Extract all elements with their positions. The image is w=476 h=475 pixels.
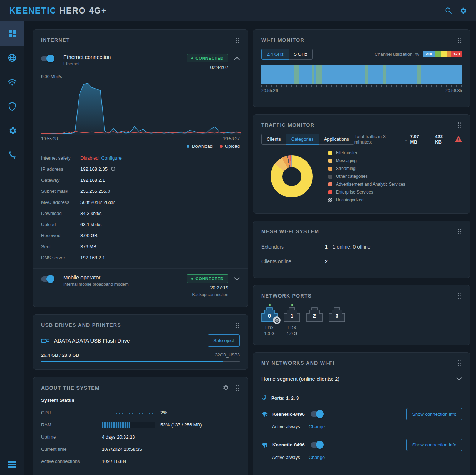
- sidebar-item-internet[interactable]: [0, 46, 24, 70]
- change-link[interactable]: Change: [309, 424, 325, 429]
- safe-eject-button[interactable]: Safe eject: [208, 334, 240, 347]
- segment-ports-row: Ports: 1, 2, 3: [253, 387, 470, 404]
- ports-list: 0 FDX1.0 G 1: [253, 304, 470, 343]
- link-status-dot: [269, 304, 271, 306]
- legend-item: Uncategorized: [328, 198, 405, 202]
- tab-5ghz[interactable]: 5 GHz: [289, 49, 313, 60]
- detail-row-sent: Sent379 MB: [33, 241, 248, 252]
- panel-settings-icon[interactable]: [222, 384, 229, 391]
- show-connection-info-button[interactable]: Show connection info: [406, 408, 462, 420]
- sidebar-item-support[interactable]: [0, 143, 24, 167]
- tab-2_4ghz[interactable]: 2.4 GHz: [261, 49, 289, 60]
- drag-handle-icon[interactable]: [458, 293, 459, 294]
- band-tabs: 2.4 GHz 5 GHz: [261, 49, 313, 60]
- chart-max-label: 9.00 Mbit/s: [33, 74, 248, 79]
- panel-title: TRAFFIC MONITOR: [261, 122, 314, 128]
- ethernet-toggle[interactable]: [41, 56, 53, 61]
- ram-row: RAM 53% (137 / 256 MB): [33, 419, 248, 431]
- detail-row-mac: MAC address50:ff:20:82:26:d2: [33, 197, 248, 208]
- drag-handle-icon[interactable]: [236, 322, 237, 324]
- chevron-up-icon[interactable]: [234, 57, 240, 60]
- warning-triangle-icon[interactable]: [455, 136, 462, 142]
- renew-ip-icon[interactable]: [110, 166, 116, 172]
- sidebar-item-security[interactable]: [0, 94, 24, 119]
- total-upload: 422 KB: [435, 134, 450, 145]
- drag-handle-icon[interactable]: [458, 360, 459, 361]
- extenders-row: Extenders 1 1 online, 0 offline: [253, 239, 470, 254]
- detail-row-gateway: Gateway192.168.2.1: [33, 175, 248, 186]
- drag-handle-icon[interactable]: [236, 385, 237, 386]
- drag-handle-icon[interactable]: [458, 229, 459, 230]
- port-3[interactable]: 3 –: [329, 304, 345, 336]
- configure-link[interactable]: Configure: [101, 155, 122, 161]
- utilization-scale-icon: <10 >70: [423, 51, 462, 58]
- usb-volume-label: 32GB_USB3: [215, 352, 240, 358]
- ethernet-connection-row: Ethernet connection Ethernet CONNECTED 0…: [33, 48, 248, 74]
- port-1[interactable]: 1 FDX1.0 G: [284, 304, 300, 336]
- cpu-value: 2%: [160, 410, 167, 415]
- detail-row-upload: Upload63.1 kbit/s: [33, 219, 248, 230]
- guest-segment-row[interactable]: Guest segment: [253, 469, 470, 475]
- sidebar-item-settings[interactable]: [0, 119, 24, 143]
- sidebar-collapse-button[interactable]: [0, 454, 24, 475]
- cpu-row: CPU 2%: [33, 406, 248, 419]
- connection-uptime: 20:27:19: [187, 285, 228, 290]
- connection-details: Internet safety Disabled Configure IP ad…: [33, 150, 248, 268]
- schedule-label: Active always: [272, 424, 300, 429]
- total-download: 7.97 MB: [410, 134, 427, 145]
- my-networks-panel: MY NETWORKS AND WI-FI Home segment (onli…: [253, 352, 470, 475]
- drag-handle-icon[interactable]: [458, 38, 459, 39]
- sidebar-nav: [0, 21, 24, 475]
- search-icon[interactable]: [445, 7, 452, 15]
- chevron-down-icon[interactable]: [234, 277, 240, 280]
- traffic-tabs: Clients Categories Applications: [261, 134, 354, 145]
- usb-drive-icon: [41, 338, 50, 343]
- download-dot-icon: [187, 145, 189, 148]
- category-swatch-icon: [328, 198, 332, 202]
- sidebar-item-dashboard[interactable]: [0, 21, 24, 46]
- drag-handle-icon[interactable]: [236, 38, 237, 39]
- legend-item: Advertisement and Analytic Services: [328, 182, 405, 187]
- tab-applications[interactable]: Applications: [319, 134, 354, 145]
- ssid-label: Keenetic-8496: [272, 411, 305, 417]
- monitor-x-start: 20:55:26: [261, 88, 278, 93]
- brand-logo: KEENETICHERO 4G+: [9, 6, 107, 16]
- wifi-toggle[interactable]: [311, 442, 323, 448]
- panel-title: USB DRIVES AND PRINTERS: [41, 322, 121, 328]
- tab-clients[interactable]: Clients: [261, 134, 286, 145]
- port-2[interactable]: 2 –: [306, 304, 323, 336]
- detail-row-internet-safety: Internet safety Disabled Configure: [33, 152, 248, 164]
- backup-note: Backup connection: [187, 292, 228, 297]
- connection-subtitle: Internal mobile broadband modem: [63, 282, 129, 287]
- change-link[interactable]: Change: [309, 455, 325, 460]
- mobile-connection-row: Mobile operator Internal mobile broadban…: [33, 269, 248, 301]
- tab-categories[interactable]: Categories: [286, 134, 319, 145]
- globe-icon: [8, 53, 17, 62]
- connection-name: Ethernet connection: [63, 54, 111, 60]
- show-connection-info-button[interactable]: Show connection info: [406, 439, 462, 451]
- dns-link[interactable]: 192.168.2.1: [80, 255, 105, 260]
- home-segment-row[interactable]: Home segment (online clients: 2): [253, 371, 470, 387]
- sidebar-item-wifi[interactable]: [0, 70, 24, 94]
- category-swatch-icon: [328, 175, 332, 179]
- ssid-label: Keenetic-8496: [272, 442, 305, 448]
- legend-download: Download: [187, 144, 213, 149]
- ram-bar: [102, 422, 155, 428]
- mobile-toggle[interactable]: [41, 276, 53, 282]
- wifi-toggle[interactable]: [311, 411, 323, 417]
- usb-capacity-bar: [41, 361, 240, 362]
- drag-handle-icon[interactable]: [458, 122, 459, 124]
- status-badge: CONNECTED: [187, 54, 228, 62]
- cpu-bar: [102, 410, 155, 415]
- panel-title: INTERNET: [41, 37, 70, 43]
- settings-gear-icon[interactable]: [459, 7, 467, 15]
- connection-name: Mobile operator: [63, 274, 129, 280]
- wifi-lock-icon: [261, 411, 268, 417]
- segment-ports-label: Ports: 1, 2, 3: [271, 395, 299, 401]
- brand-secondary: HERO 4G+: [59, 6, 107, 15]
- utilization-legend-label: Channel utilization, %: [375, 51, 419, 57]
- panel-title: WI-FI MONITOR: [261, 37, 304, 43]
- clients-online-row: Clients online 2: [253, 254, 470, 269]
- legend-item: Streaming: [328, 166, 405, 171]
- port-0[interactable]: 0 FDX1.0 G: [261, 304, 278, 336]
